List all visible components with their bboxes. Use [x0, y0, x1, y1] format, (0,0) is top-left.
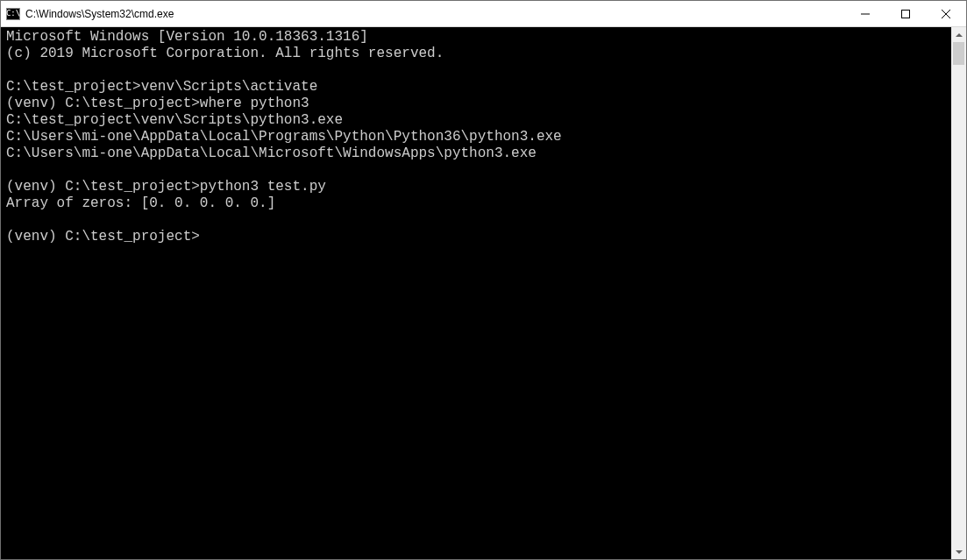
- terminal-line: [6, 62, 951, 79]
- terminal-line: [6, 162, 951, 179]
- svg-marker-2: [956, 550, 963, 554]
- scrollbar-thumb[interactable]: [953, 42, 964, 65]
- titlebar[interactable]: C:\ C:\Windows\System32\cmd.exe: [1, 1, 966, 27]
- cmd-icon: C:\: [6, 8, 20, 20]
- terminal-line: Microsoft Windows [Version 10.0.18363.13…: [6, 29, 951, 46]
- terminal-line: Array of zeros: [0. 0. 0. 0. 0.]: [6, 195, 951, 212]
- maximize-button[interactable]: [885, 1, 926, 26]
- cmd-window: C:\ C:\Windows\System32\cmd.exe Microsof…: [0, 0, 967, 560]
- minimize-button[interactable]: [845, 1, 885, 26]
- svg-rect-0: [902, 10, 910, 18]
- terminal-line: [6, 212, 951, 229]
- client-area: Microsoft Windows [Version 10.0.18363.13…: [1, 27, 966, 559]
- terminal-line: (venv) C:\test_project>python3 test.py: [6, 179, 951, 195]
- scroll-down-button[interactable]: [951, 544, 966, 559]
- window-title: C:\Windows\System32\cmd.exe: [25, 8, 174, 20]
- terminal-line: (venv) C:\test_project>where python3: [6, 96, 951, 112]
- terminal-line: (c) 2019 Microsoft Corporation. All righ…: [6, 46, 951, 62]
- svg-marker-1: [956, 33, 963, 37]
- terminal-line: C:\test_project\venv\Scripts\python3.exe: [6, 112, 951, 129]
- terminal-line: C:\test_project>venv\Scripts\activate: [6, 79, 951, 96]
- close-button[interactable]: [926, 1, 966, 26]
- title-left: C:\ C:\Windows\System32\cmd.exe: [1, 8, 174, 20]
- terminal-line: (venv) C:\test_project>: [6, 229, 951, 245]
- vertical-scrollbar[interactable]: [951, 27, 966, 559]
- terminal-line: C:\Users\mi-one\AppData\Local\Programs\P…: [6, 129, 951, 145]
- window-controls: [845, 1, 966, 26]
- terminal-line: C:\Users\mi-one\AppData\Local\Microsoft\…: [6, 145, 951, 162]
- terminal-output[interactable]: Microsoft Windows [Version 10.0.18363.13…: [1, 27, 951, 559]
- scroll-up-button[interactable]: [951, 27, 966, 42]
- scrollbar-track[interactable]: [951, 42, 966, 544]
